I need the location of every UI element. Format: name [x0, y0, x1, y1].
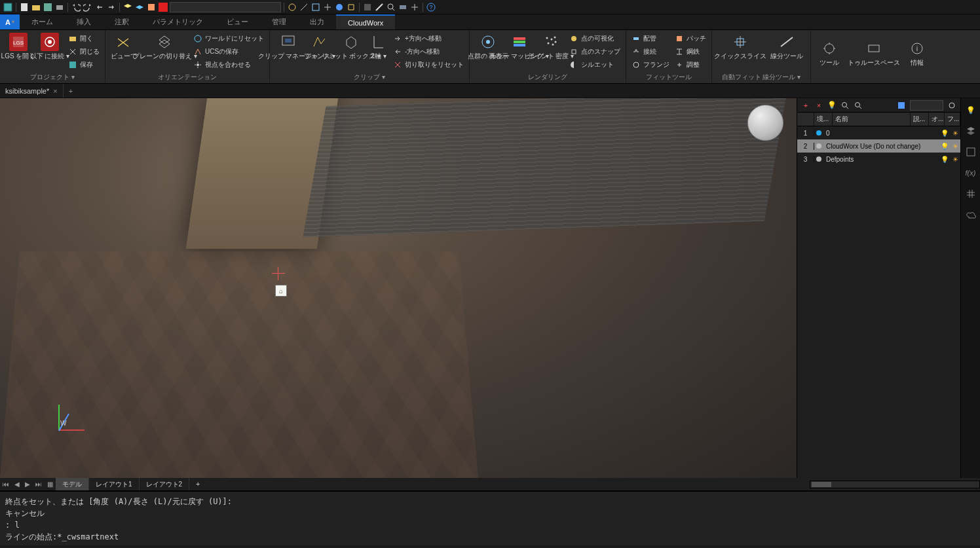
side-cloud-icon[interactable]	[964, 208, 977, 221]
qat-redo-icon[interactable]	[83, 2, 93, 12]
sun-icon[interactable]: ☀	[950, 130, 960, 137]
qat-tool7-icon[interactable]	[362, 2, 373, 12]
layer-col-state[interactable]: 境...	[814, 113, 833, 126]
bulb-icon[interactable]: 💡	[939, 130, 950, 137]
btn-limit-box[interactable]: リミット ボックス ▾	[338, 33, 364, 60]
btn-open-lgs[interactable]: LGS LGS を開く	[5, 33, 31, 60]
qat-tool10-icon[interactable]	[409, 2, 420, 12]
view-cube[interactable]	[747, 105, 783, 141]
command-line[interactable]: 終点をセット、または [角度 (A)/長さ (L)/元に戻す (U)]: キャン…	[0, 491, 980, 545]
layer-col-on[interactable]: オ...	[929, 113, 945, 126]
qat-tool2-icon[interactable]	[299, 2, 309, 12]
btn-visualize-points[interactable]: 点の可視化	[569, 33, 620, 45]
btn-proj-open[interactable]: 開く	[68, 33, 100, 45]
btn-point-snap[interactable]: 点のスナップ	[569, 46, 620, 58]
qat-tool1-icon[interactable]	[287, 2, 297, 12]
panel-title-project[interactable]: プロジェクト ▾	[5, 71, 100, 82]
btn-adjust[interactable]: 調整	[675, 59, 706, 71]
qat-open-icon[interactable]	[31, 2, 41, 12]
layer-col-desc[interactable]: 説...	[911, 113, 929, 126]
qat-tool9-icon[interactable]	[398, 2, 408, 12]
side-fx-icon[interactable]: f(x)	[964, 166, 977, 179]
bulb-icon[interactable]: 💡	[939, 143, 950, 150]
document-tab-close-icon[interactable]: ×	[53, 87, 57, 95]
btn-connect-to[interactable]: 以下 に接続 ▾	[37, 33, 63, 60]
side-clip-icon[interactable]	[964, 145, 977, 158]
sun-icon[interactable]: ☀	[950, 143, 960, 150]
qat-tool8-icon[interactable]	[374, 2, 385, 12]
horizontal-scrollbar[interactable]	[810, 481, 980, 488]
layer-filter-icon[interactable]	[854, 101, 863, 110]
qat-print-icon[interactable]	[54, 2, 65, 12]
btn-align-viewpoint[interactable]: 視点を合わせる	[193, 59, 264, 71]
btn-move-plus[interactable]: +方向へ移動	[393, 33, 464, 45]
btn-steel[interactable]: 鋼鉄	[675, 46, 706, 58]
btn-truspace[interactable]: トゥルースペース	[848, 39, 900, 67]
layer-bulb-icon[interactable]: 💡	[827, 101, 837, 110]
layout-tab-add[interactable]: +	[189, 478, 206, 490]
btn-tools[interactable]: ツール	[816, 39, 842, 67]
btn-cut-reset[interactable]: 切り取りをリセット	[393, 59, 464, 71]
qat-search-icon[interactable]	[386, 2, 396, 12]
qat-color-swatch[interactable]	[158, 2, 168, 12]
layout-nav-first[interactable]: ⏮	[0, 481, 12, 488]
layout-nav-prev[interactable]: ◀	[12, 481, 22, 488]
layer-col-freeze[interactable]: フ...	[945, 113, 960, 126]
app-menu-button[interactable]: A▾	[0, 14, 20, 29]
sun-icon[interactable]: ☀	[950, 156, 960, 163]
btn-proj-close[interactable]: 閉じる	[68, 46, 100, 58]
layout-list-icon[interactable]: ▦	[45, 481, 56, 488]
btn-quickslice[interactable]: クイックスライス	[717, 33, 763, 60]
btn-silhouette[interactable]: シルエット	[569, 59, 620, 71]
btn-world-reset[interactable]: ワールドにリセット	[193, 33, 264, 45]
qat-tool5-icon[interactable]	[334, 2, 345, 12]
layout-tab-1[interactable]: レイアウト1	[89, 478, 140, 490]
panel-title-clip[interactable]: クリップ ▾	[275, 71, 464, 82]
side-grid-icon[interactable]	[964, 187, 977, 200]
bulb-icon[interactable]: 💡	[939, 156, 950, 163]
layer-state-dropdown[interactable]	[910, 100, 943, 111]
qat-tool6-icon[interactable]	[346, 2, 356, 12]
tab-annotate[interactable]: 注釈	[103, 14, 141, 29]
viewport[interactable]: ⌂ W	[0, 98, 797, 478]
tab-manage[interactable]: 管理	[260, 14, 298, 29]
document-tab[interactable]: ksibiksample* ×	[0, 84, 64, 98]
qat-new-icon[interactable]	[19, 2, 29, 12]
btn-linetool[interactable]: 線分ツール	[768, 33, 805, 60]
btn-move-minus[interactable]: -方向へ移動	[393, 46, 464, 58]
side-layers-icon[interactable]	[964, 124, 977, 137]
panel-title-autofit[interactable]: 自動フィット 線分ツール ▾	[717, 71, 805, 82]
tab-cloudworx[interactable]: CloudWorx	[336, 14, 395, 29]
btn-plane-switch[interactable]: プレーンの切り替え ▾	[142, 33, 188, 60]
btn-info[interactable]: i 情報	[905, 39, 929, 67]
layer-add-icon[interactable]: +	[801, 101, 810, 110]
btn-connect-fit[interactable]: 接続	[631, 46, 669, 58]
qat-layer-icon[interactable]	[122, 2, 133, 12]
layout-nav-next[interactable]: ▶	[22, 481, 33, 488]
layer-col-name[interactable]: 名前	[833, 113, 911, 126]
tab-parametric[interactable]: パラメトリック	[141, 14, 215, 29]
btn-point-density[interactable]: ポイント 密度 ▾	[538, 33, 564, 60]
qat-tool3-icon[interactable]	[311, 2, 321, 12]
qat-tool4-icon[interactable]	[322, 2, 333, 12]
layer-delete-icon[interactable]: ×	[814, 101, 823, 110]
qat-redo2-icon[interactable]	[106, 2, 117, 12]
btn-two-axis[interactable]: 2軸 ▾	[369, 33, 388, 60]
side-bulb-icon[interactable]: 💡	[964, 103, 977, 117]
qat-layer2-icon[interactable]	[134, 2, 145, 12]
btn-piping[interactable]: 配管	[631, 33, 669, 45]
qat-save-icon[interactable]	[3, 2, 13, 12]
layer-search-icon[interactable]	[840, 101, 850, 110]
tab-view[interactable]: ビュー	[215, 14, 260, 29]
qat-help-icon[interactable]: ?	[426, 2, 436, 12]
layer-state-icon[interactable]	[897, 101, 906, 110]
qat-undo-icon[interactable]	[71, 2, 81, 12]
layout-nav-last[interactable]: ⏭	[33, 481, 45, 488]
layer-row[interactable]: 2 CloudWorx Use (Do not change) 💡 ☀	[797, 139, 960, 153]
btn-clip-manager[interactable]: クリップ マネージャ	[275, 33, 301, 60]
layer-row[interactable]: 3 Defpoints 💡 ☀	[797, 153, 960, 166]
btn-proj-save[interactable]: 保存	[68, 59, 100, 71]
qat-layer3-icon[interactable]	[146, 2, 157, 12]
qat-save2-icon[interactable]	[43, 2, 53, 12]
btn-flange[interactable]: フランジ	[631, 59, 669, 71]
